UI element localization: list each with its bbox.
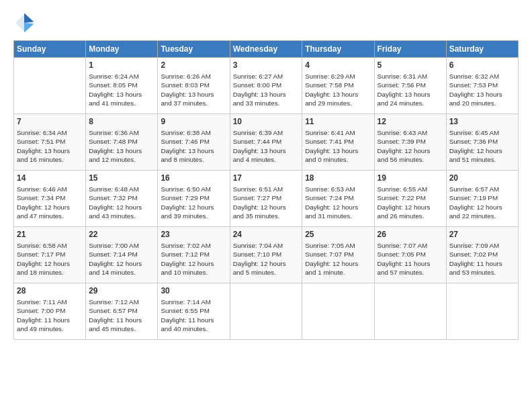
calendar-cell: 16Sunrise: 6:50 AM Sunset: 7:29 PM Dayli… [158,171,230,227]
day-number: 29 [89,285,154,296]
day-number: 7 [17,116,83,127]
calendar-cell [14,58,86,114]
weekday-header: Friday [374,41,446,58]
weekday-header: Wednesday [230,41,302,58]
day-info: Sunrise: 6:26 AM Sunset: 8:03 PM Dayligh… [161,73,214,107]
calendar-cell: 24Sunrise: 7:04 AM Sunset: 7:10 PM Dayli… [230,227,302,283]
calendar-cell: 11Sunrise: 6:41 AM Sunset: 7:41 PM Dayli… [302,114,374,171]
day-info: Sunrise: 7:00 AM Sunset: 7:14 PM Dayligh… [89,242,142,276]
day-number: 17 [233,173,300,183]
day-number: 19 [378,173,443,183]
calendar-cell: 30Sunrise: 7:14 AM Sunset: 6:55 PM Dayli… [158,283,230,340]
day-info: Sunrise: 6:58 AM Sunset: 7:17 PM Dayligh… [17,242,70,276]
day-info: Sunrise: 6:46 AM Sunset: 7:34 PM Dayligh… [17,185,70,220]
day-number: 5 [378,60,443,71]
day-info: Sunrise: 6:57 AM Sunset: 7:19 PM Dayligh… [449,185,502,220]
day-info: Sunrise: 6:34 AM Sunset: 7:51 PM Dayligh… [17,129,70,163]
weekday-header: Thursday [302,41,374,58]
day-number: 2 [161,60,226,71]
day-number: 3 [233,60,300,71]
day-number: 8 [89,116,154,127]
day-info: Sunrise: 7:09 AM Sunset: 7:02 PM Dayligh… [449,242,502,276]
calendar-cell: 14Sunrise: 6:46 AM Sunset: 7:34 PM Dayli… [14,171,86,227]
day-number: 23 [161,229,226,240]
logo-icon [13,12,35,34]
calendar-cell: 20Sunrise: 6:57 AM Sunset: 7:19 PM Dayli… [446,171,518,227]
day-info: Sunrise: 6:31 AM Sunset: 7:56 PM Dayligh… [378,73,431,107]
calendar-cell [230,283,302,340]
calendar-cell: 6Sunrise: 6:32 AM Sunset: 7:53 PM Daylig… [446,58,518,114]
day-number: 18 [305,173,371,183]
day-number: 26 [378,229,443,240]
weekday-header: Sunday [14,41,86,58]
day-number: 22 [89,229,154,240]
calendar-cell [374,283,446,340]
day-info: Sunrise: 7:12 AM Sunset: 6:57 PM Dayligh… [89,298,142,332]
day-info: Sunrise: 6:38 AM Sunset: 7:46 PM Dayligh… [161,129,214,163]
day-info: Sunrise: 7:04 AM Sunset: 7:10 PM Dayligh… [233,242,286,276]
day-number: 15 [89,173,154,183]
calendar-cell: 18Sunrise: 6:53 AM Sunset: 7:24 PM Dayli… [302,171,374,227]
calendar-cell: 7Sunrise: 6:34 AM Sunset: 7:51 PM Daylig… [14,114,86,171]
page: SundayMondayTuesdayWednesdayThursdayFrid… [0,0,532,347]
calendar-cell: 22Sunrise: 7:00 AM Sunset: 7:14 PM Dayli… [86,227,158,283]
day-info: Sunrise: 6:53 AM Sunset: 7:24 PM Dayligh… [305,185,358,220]
logo [13,12,38,34]
day-number: 9 [161,116,226,127]
day-number: 12 [378,116,443,127]
calendar-cell: 2Sunrise: 6:26 AM Sunset: 8:03 PM Daylig… [158,58,230,114]
day-number: 16 [161,173,226,183]
day-info: Sunrise: 6:24 AM Sunset: 8:05 PM Dayligh… [89,73,142,107]
calendar-cell: 12Sunrise: 6:43 AM Sunset: 7:39 PM Dayli… [374,114,446,171]
weekday-header: Tuesday [158,41,230,58]
svg-marker-1 [24,13,34,23]
svg-marker-2 [24,23,34,32]
calendar-cell: 17Sunrise: 6:51 AM Sunset: 7:27 PM Dayli… [230,171,302,227]
day-info: Sunrise: 6:29 AM Sunset: 7:58 PM Dayligh… [305,73,358,107]
calendar-cell [446,283,518,340]
calendar-cell: 8Sunrise: 6:36 AM Sunset: 7:48 PM Daylig… [86,114,158,171]
calendar-cell: 1Sunrise: 6:24 AM Sunset: 8:05 PM Daylig… [86,58,158,114]
day-number: 13 [449,116,515,127]
calendar-cell: 5Sunrise: 6:31 AM Sunset: 7:56 PM Daylig… [374,58,446,114]
calendar-cell: 4Sunrise: 6:29 AM Sunset: 7:58 PM Daylig… [302,58,374,114]
day-info: Sunrise: 6:43 AM Sunset: 7:39 PM Dayligh… [378,129,431,163]
calendar-cell: 3Sunrise: 6:27 AM Sunset: 8:00 PM Daylig… [230,58,302,114]
day-info: Sunrise: 6:50 AM Sunset: 7:29 PM Dayligh… [161,185,214,220]
calendar-cell: 26Sunrise: 7:07 AM Sunset: 7:05 PM Dayli… [374,227,446,283]
calendar-table: SundayMondayTuesdayWednesdayThursdayFrid… [13,40,519,340]
day-number: 24 [233,229,300,240]
calendar-week-row: 21Sunrise: 6:58 AM Sunset: 7:17 PM Dayli… [14,227,519,283]
calendar-week-row: 14Sunrise: 6:46 AM Sunset: 7:34 PM Dayli… [14,171,519,227]
day-info: Sunrise: 6:45 AM Sunset: 7:36 PM Dayligh… [449,129,502,163]
calendar-week-row: 7Sunrise: 6:34 AM Sunset: 7:51 PM Daylig… [14,114,519,171]
calendar-cell: 27Sunrise: 7:09 AM Sunset: 7:02 PM Dayli… [446,227,518,283]
calendar-cell: 19Sunrise: 6:55 AM Sunset: 7:22 PM Dayli… [374,171,446,227]
calendar-week-row: 1Sunrise: 6:24 AM Sunset: 8:05 PM Daylig… [14,58,519,114]
day-info: Sunrise: 6:55 AM Sunset: 7:22 PM Dayligh… [378,185,431,220]
day-info: Sunrise: 6:51 AM Sunset: 7:27 PM Dayligh… [233,185,286,220]
weekday-header: Monday [86,41,158,58]
calendar-cell: 23Sunrise: 7:02 AM Sunset: 7:12 PM Dayli… [158,227,230,283]
header [13,12,519,34]
day-number: 25 [305,229,371,240]
calendar-cell: 10Sunrise: 6:39 AM Sunset: 7:44 PM Dayli… [230,114,302,171]
day-info: Sunrise: 7:11 AM Sunset: 7:00 PM Dayligh… [17,298,70,332]
day-number: 11 [305,116,371,127]
day-number: 28 [17,285,83,296]
calendar-cell: 29Sunrise: 7:12 AM Sunset: 6:57 PM Dayli… [86,283,158,340]
calendar-cell: 13Sunrise: 6:45 AM Sunset: 7:36 PM Dayli… [446,114,518,171]
weekday-header: Saturday [446,41,518,58]
day-number: 4 [305,60,371,71]
day-info: Sunrise: 7:05 AM Sunset: 7:07 PM Dayligh… [305,242,358,276]
day-info: Sunrise: 6:36 AM Sunset: 7:48 PM Dayligh… [89,129,142,163]
calendar-cell: 25Sunrise: 7:05 AM Sunset: 7:07 PM Dayli… [302,227,374,283]
day-number: 30 [161,285,226,296]
day-info: Sunrise: 7:02 AM Sunset: 7:12 PM Dayligh… [161,242,214,276]
day-info: Sunrise: 6:27 AM Sunset: 8:00 PM Dayligh… [233,73,286,107]
day-number: 21 [17,229,83,240]
day-number: 10 [233,116,300,127]
day-info: Sunrise: 7:07 AM Sunset: 7:05 PM Dayligh… [378,242,431,276]
calendar-header-row: SundayMondayTuesdayWednesdayThursdayFrid… [14,41,519,58]
calendar-week-row: 28Sunrise: 7:11 AM Sunset: 7:00 PM Dayli… [14,283,519,340]
